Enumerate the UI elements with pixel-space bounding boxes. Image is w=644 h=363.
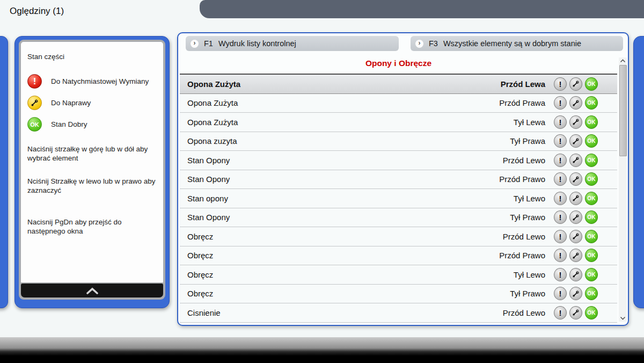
part-name: Stan Opony [187,213,510,222]
part-position: Tył Prawa [510,136,545,146]
legend-title: Stan części [27,53,158,61]
ok-green-icon[interactable]: OK [585,172,598,186]
ok-green-icon[interactable]: OK [585,77,598,91]
alert-gray-icon[interactable]: ! [554,230,567,243]
alert-gray-icon[interactable]: ! [554,96,567,110]
tab-strip-background [200,0,644,18]
status-buttons: ! OK [554,306,598,320]
part-position: Tył Lewo [514,194,545,203]
chevron-right-icon: › [191,40,199,48]
alert-gray-icon[interactable]: ! [554,210,567,224]
alert-gray-icon[interactable]: ! [554,77,567,91]
alert-gray-icon[interactable]: ! [554,306,567,320]
table-row[interactable]: Opona Zużyta Przód Prawa ! OK [180,94,617,113]
wrench-gray-icon[interactable] [569,154,582,167]
part-position: Przód Lewo [503,156,545,165]
ok-green-icon[interactable]: OK [585,268,598,281]
table-row[interactable]: Stan Opony Przód Lewo ! OK [180,151,617,170]
alert-gray-icon[interactable]: ! [554,115,567,129]
legend-label: Do Naprawy [51,99,91,107]
legend-card-screen: Stan części ! Do Natychmiastowej Wymiany… [21,42,163,282]
wrench-gray-icon[interactable] [569,115,582,129]
table-row[interactable]: Obręcz Tył Lewo ! OK [180,265,617,285]
scroll-down-button[interactable] [619,315,627,322]
table-row[interactable]: Opona zuzyta Tył Prawa ! OK [180,132,617,151]
ok-green-icon[interactable]: OK [585,287,598,300]
status-buttons: ! OK [554,154,598,167]
alert-gray-icon[interactable]: ! [554,154,567,167]
wrench-gray-icon[interactable] [569,172,582,186]
instruction-mark: Nciśnij Strzałkę w lewo lub w prawo aby … [27,177,158,195]
table-row[interactable]: Stan Opony Tył Prawo ! OK [180,208,617,228]
part-name: Cisnienie [187,308,503,317]
ok-green-icon[interactable]: OK [585,249,598,262]
legend-item-repair: Do Naprawy [27,96,158,110]
chevron-right-icon: › [415,40,423,48]
checklist-rows: Opona Zużyta Przód Lewa ! OK Opona Zużyt… [180,74,617,325]
alert-gray-icon[interactable]: ! [554,249,567,262]
table-row[interactable]: Obręcz Przód Prawo ! OK [180,246,617,266]
wrench-gray-icon[interactable] [569,287,582,300]
scroll-up-button[interactable] [619,57,627,64]
wrench-gray-icon[interactable] [569,77,582,91]
table-row[interactable]: Obręcz Tył Prawo ! OK [180,285,617,304]
table-row[interactable]: Opona Zużyta Tył Lewa ! OK [180,113,617,132]
ok-green-icon[interactable]: OK [585,134,598,148]
chevron-down-icon [620,316,626,320]
part-name: Obręcz [187,232,503,241]
alert-gray-icon[interactable]: ! [554,172,567,186]
status-buttons: ! OK [554,77,598,91]
legend-item-replace: ! Do Natychmiastowej Wymiany [27,74,158,89]
part-position: Przód Prawo [499,251,545,260]
legend-item-good: OK Stan Dobry [27,117,158,132]
instruction-next-page: Nacisnij PgDn aby przejść do następnego … [27,217,158,236]
ok-green-icon: OK [27,117,42,132]
table-row[interactable]: Stan Opony Przód Prawo ! OK [180,170,617,190]
f3-all-good-button[interactable]: › F3 Wszystkie elementy są w dobrym stan… [411,36,623,51]
legend-label: Stan Dobry [51,120,87,128]
wrench-gray-icon[interactable] [569,134,582,148]
alert-red-icon: ! [27,74,42,89]
table-row[interactable]: Cisnienie Przód Lewo ! OK [180,303,617,323]
wrench-gray-icon[interactable] [569,192,582,205]
table-row[interactable]: Opona Zużyta Przód Lewa ! OK [180,75,617,94]
chevron-up-icon [85,287,99,294]
checklist-panel: › F1 Wydruk listy kontrolnej › F3 Wszyst… [177,32,629,326]
part-position: Przód Prawa [499,98,545,107]
wrench-gray-icon[interactable] [569,210,582,224]
table-row[interactable]: Obręcz Przód Lewo ! OK [180,227,617,246]
next-card-edge[interactable] [633,36,644,308]
status-buttons: ! OK [554,230,598,243]
instruction-select: Naciśnij strzałkę w górę lub w dół aby w… [27,144,158,163]
wrench-gray-icon[interactable] [569,268,582,281]
wrench-gray-icon[interactable] [569,96,582,110]
ok-green-icon[interactable]: OK [585,306,598,320]
tab-ogledziny[interactable]: Oględziny (1) [10,6,64,17]
legend-label: Do Natychmiastowej Wymiany [51,77,149,85]
f1-print-checklist-button[interactable]: › F1 Wydruk listy kontrolnej [186,36,399,51]
ok-green-icon[interactable]: OK [585,96,598,110]
alert-gray-icon[interactable]: ! [554,192,567,205]
status-buttons: ! OK [554,268,598,281]
status-buttons: ! OK [554,134,598,148]
wrench-gray-icon[interactable] [569,306,582,320]
ok-green-icon[interactable]: OK [585,230,598,243]
ok-green-icon[interactable]: OK [585,154,598,167]
alert-gray-icon[interactable]: ! [554,134,567,148]
ok-green-icon[interactable]: OK [585,192,598,205]
scrollbar-thumb[interactable] [619,65,627,156]
wrench-gray-icon[interactable] [569,230,582,243]
alert-gray-icon[interactable]: ! [554,268,567,281]
status-buttons: ! OK [554,210,598,224]
alert-gray-icon[interactable]: ! [554,287,567,300]
part-position: Przód Lewa [501,79,545,89]
collapse-panel-button[interactable] [21,284,163,297]
table-row[interactable]: Stan opony Tył Lewo ! OK [180,189,617,208]
ok-green-icon[interactable]: OK [585,210,598,224]
table-scrollbar[interactable] [619,57,627,322]
part-name: Opona zuzyta [187,136,510,146]
previous-card-edge[interactable] [0,36,8,308]
inspection-window: Oględziny (1) Stan części ! Do Natychmia… [0,0,644,363]
ok-green-icon[interactable]: OK [585,115,598,129]
wrench-gray-icon[interactable] [569,249,582,262]
